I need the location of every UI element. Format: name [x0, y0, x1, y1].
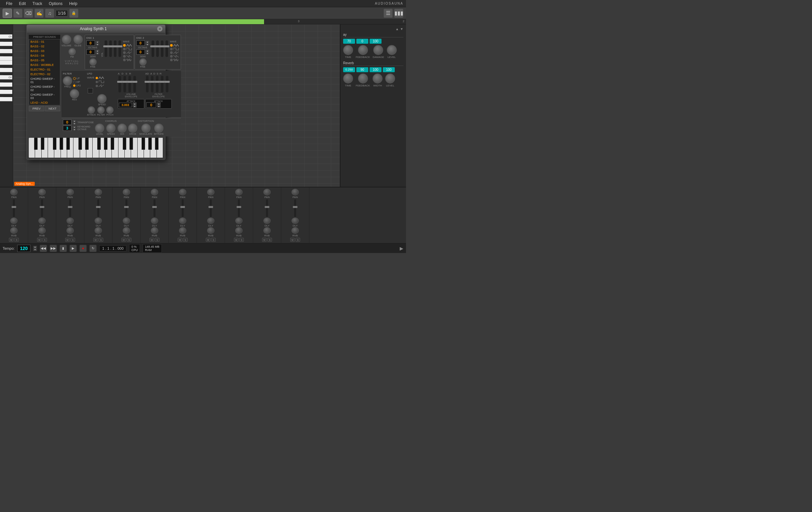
tool-hand[interactable]: ✍ [34, 9, 44, 18]
synth-keyboard[interactable] [29, 138, 163, 158]
piano-key-b3[interactable] [3, 79, 12, 82]
preset-bass-01[interactable]: BASS - 01 [29, 39, 60, 44]
ch7-rvb-knob[interactable] [179, 227, 186, 234]
delay-damage-knob[interactable] [373, 45, 383, 55]
osc2-a-fader[interactable] [156, 41, 159, 57]
osc1-wave1-led[interactable] [123, 44, 126, 47]
osc1-octave-down[interactable]: ▼ [96, 43, 99, 46]
rewind-button[interactable]: ◀◀ [40, 245, 47, 252]
ch11-solo-btn[interactable]: S [295, 238, 300, 242]
ch2-solo-btn[interactable]: S [42, 238, 47, 242]
osc1-semi-display[interactable]: 0 [86, 49, 95, 55]
ch4-fader[interactable] [97, 199, 99, 217]
osc1-a-fader[interactable] [109, 41, 112, 57]
chorus-speed-knob[interactable] [106, 124, 115, 133]
piano-key-a3[interactable] [0, 82, 12, 87]
preset-bass-02[interactable]: BASS - 02 [29, 44, 60, 49]
transpose-down[interactable]: ▼ [72, 122, 77, 125]
tool-pointer[interactable]: ▶ [3, 9, 12, 18]
ch10-fader[interactable] [266, 199, 268, 217]
ch4-solo-btn[interactable]: S [98, 238, 103, 242]
filter-env-attack-down[interactable]: ▼ [157, 105, 161, 108]
preset-chord-02[interactable]: CHORD SWEEP - 02 [29, 84, 60, 92]
lfo-wave3-led[interactable] [96, 85, 98, 87]
ch3-mute-btn[interactable]: M [65, 238, 70, 242]
filter-freq-knob[interactable] [63, 76, 72, 85]
ch10-dly-knob[interactable] [263, 218, 271, 224]
delay-time-val[interactable]: 70 [343, 39, 355, 44]
osc1-s-fader[interactable] [118, 41, 121, 57]
synth-titlebar[interactable]: Analog Synth 1 ✕ [27, 25, 165, 33]
piano-key-g3[interactable] [0, 90, 12, 94]
osc2-wave3-led[interactable] [170, 51, 173, 54]
osc1-octave-display[interactable]: 0 [86, 41, 95, 46]
piano-key-g4[interactable] [0, 49, 12, 53]
ch9-mute-btn[interactable]: M [234, 238, 238, 242]
menu-help[interactable]: Help [66, 0, 81, 7]
preset-next-button[interactable]: NEXT [45, 106, 61, 111]
filter-lp2-led[interactable] [73, 84, 76, 87]
preset-lead-epic[interactable]: LEAD - EPIC [29, 105, 60, 105]
ch1-fader[interactable] [13, 199, 15, 217]
audio-settings-icon[interactable]: ▶ [400, 246, 403, 251]
piano-key-a4[interactable] [0, 42, 12, 46]
play-button[interactable]: ▶ [69, 245, 77, 252]
ch2-fader[interactable] [41, 199, 43, 217]
menu-track[interactable]: Track [29, 0, 46, 7]
piano-key-gb3[interactable] [3, 94, 12, 97]
preset-electro-02[interactable]: ELECTRO - 02 [29, 72, 60, 77]
piano-key-d4[interactable] [0, 68, 12, 72]
ch8-mute-btn[interactable]: M [206, 238, 210, 242]
ch2-dly-knob[interactable] [38, 218, 46, 224]
osc1-d-fader[interactable] [114, 41, 116, 57]
osc2-wave2-led[interactable] [170, 48, 173, 50]
synth-close-button[interactable]: ✕ [157, 26, 163, 31]
distortion-drive-knob[interactable] [128, 124, 137, 133]
piano-key-ab4[interactable] [3, 46, 12, 49]
ch6-fader[interactable] [153, 199, 155, 217]
ch1-solo-btn[interactable]: S [14, 238, 19, 242]
chorus-mix-knob[interactable] [117, 124, 127, 133]
ch10-mute-btn[interactable]: M [262, 238, 267, 242]
ch4-mute-btn[interactable]: M [93, 238, 98, 242]
osc2-semi-down[interactable]: ▼ [146, 52, 150, 55]
osc2-vol-fader[interactable] [151, 41, 154, 57]
osc1-semi-down[interactable]: ▼ [96, 52, 99, 55]
lfo-filter-knob[interactable] [97, 106, 105, 114]
hamburger-menu-button[interactable]: ☰ [383, 9, 393, 18]
osc2-octave-down[interactable]: ▼ [146, 43, 150, 46]
menu-options[interactable]: Options [46, 0, 66, 7]
ch9-dly-knob[interactable] [235, 218, 242, 224]
distortion-modulate-knob[interactable] [141, 124, 150, 133]
tool-pencil[interactable]: ✎ [13, 9, 23, 18]
distortion-bitrate-knob[interactable] [154, 124, 164, 133]
reverb-time-val[interactable]: 0.250 [343, 67, 355, 72]
vol-env-r-fader[interactable] [133, 76, 136, 92]
vol-env-a-fader[interactable] [118, 76, 121, 92]
loop-button[interactable]: ↻ [89, 245, 97, 252]
ch11-mute-btn[interactable]: M [290, 238, 295, 242]
time-signature[interactable]: 1/16 [56, 10, 68, 17]
ch9-solo-btn[interactable]: S [239, 238, 244, 242]
ch2-mute-btn[interactable]: M [37, 238, 42, 242]
vol-env-s-fader[interactable] [128, 76, 131, 92]
ch7-pan-knob[interactable] [179, 189, 186, 195]
osc1-wave4-led[interactable] [123, 55, 126, 58]
ch5-mute-btn[interactable]: M [121, 238, 126, 242]
keyboard-octave-display[interactable]: 3 [63, 126, 71, 131]
chorus-level-knob[interactable] [95, 124, 104, 133]
tool-eraser[interactable]: ⌫ [24, 9, 33, 18]
filter-res-knob[interactable] [70, 89, 79, 98]
ch8-fader[interactable] [210, 199, 212, 217]
ch6-solo-btn[interactable]: S [155, 238, 160, 242]
ch4-rvb-knob[interactable] [95, 227, 102, 234]
keyboard-octave-up[interactable]: ▲ [72, 126, 77, 128]
osc1-wave2-led[interactable] [123, 48, 126, 50]
fast-forward-button[interactable]: ▶▶ [50, 245, 57, 252]
osc2-octave-up[interactable]: ▲ [146, 41, 150, 43]
lfo-speed-knob[interactable] [97, 94, 107, 103]
ch4-dly-knob[interactable] [95, 218, 102, 224]
menu-edit[interactable]: Edit [16, 0, 29, 7]
grid-view-button[interactable]: ▮▮▮ [394, 9, 403, 18]
vol-env-attack-up[interactable]: ▲ [133, 102, 137, 105]
